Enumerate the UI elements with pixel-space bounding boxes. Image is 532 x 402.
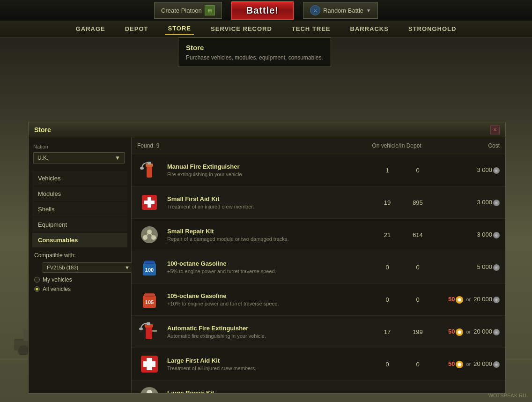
item-cost-group: 3 000○ <box>477 231 500 239</box>
item-on-vehicle: 0 <box>373 264 401 271</box>
nation-label: Nation <box>33 144 126 149</box>
store-item[interactable]: Large Repair Kit Repair of all damaged m… <box>132 380 505 393</box>
found-count: Found: 9 <box>137 142 350 149</box>
radio-my-vehicles[interactable]: My vehicles <box>34 276 126 283</box>
credits-currency-icon: ○ <box>493 232 500 238</box>
nav-store[interactable]: STORE <box>165 23 194 35</box>
item-icon <box>137 384 162 393</box>
item-info: Small First Aid Kit Treatment of an inju… <box>167 195 373 209</box>
svg-rect-37 <box>146 326 152 339</box>
item-info: Large First Aid Kit Treatment of all inj… <box>167 357 373 371</box>
create-platoon-button[interactable]: Create Platoon ⊞ <box>154 2 222 19</box>
item-cost: 3 000○ <box>434 166 500 174</box>
item-in-depot: 0 <box>401 393 434 394</box>
radio-all-vehicles[interactable]: All vehicles <box>34 286 126 292</box>
item-cost: 3 000○ <box>434 231 500 239</box>
item-cost-group: 50⬟ or 20 000○ <box>448 296 500 304</box>
radio-my-vehicles-circle <box>34 277 40 283</box>
item-gold-cost: 50⬟ <box>448 328 463 336</box>
close-button[interactable]: × <box>490 125 500 134</box>
nation-section: Nation U.K. ▼ <box>29 142 131 170</box>
nav-garage[interactable]: GARAGE <box>73 23 108 34</box>
credits-currency-icon: ○ <box>493 329 500 335</box>
nav-depot[interactable]: DEPOT <box>122 23 151 34</box>
store-item[interactable]: Automatic Fire Extinguisher Automatic fi… <box>132 316 505 348</box>
dropdown-arrow-icon: ▼ <box>366 8 371 13</box>
nav-service-record[interactable]: SERVICE RECORD <box>208 23 275 34</box>
depot-header: On vehicle/In Depot <box>350 142 443 149</box>
item-credits-cost: 5 000○ <box>477 263 500 271</box>
item-info: 100-octane Gasoline +5% to engine power … <box>167 260 373 274</box>
item-name: Small Repair Kit <box>167 228 373 235</box>
item-in-depot: 199 <box>401 328 434 335</box>
tooltip-desc: Purchase vehicles, modules, equipment, c… <box>186 54 323 61</box>
item-desc: Treatment of an injured crew member. <box>167 204 373 209</box>
item-name: Small First Aid Kit <box>167 195 373 202</box>
item-name: Large Repair Kit <box>167 389 373 393</box>
item-info: Small Repair Kit Repair of a damaged mod… <box>167 228 373 242</box>
svg-rect-35 <box>144 294 155 296</box>
item-info: 105-octane Gasoline +10% to engine power… <box>167 292 373 306</box>
item-cost-group: 50⬟ or 20 000○ <box>448 328 500 336</box>
store-tooltip: Store Purchase vehicles, modules, equipm… <box>178 37 331 67</box>
compatible-label: Compatible with: <box>34 252 126 259</box>
item-cost-group: 3 000○ <box>477 199 500 207</box>
item-on-vehicle: 0 <box>373 393 401 394</box>
item-in-depot: 0 <box>401 167 434 174</box>
store-item[interactable]: Small Repair Kit Repair of a damaged mod… <box>132 219 505 251</box>
sidebar-shells[interactable]: Shells <box>32 202 127 216</box>
sidebar-equipment[interactable]: Equipment <box>32 217 127 232</box>
item-cost-group: 50⬟ or 20 000○ <box>448 360 500 368</box>
store-item[interactable]: Manual Fire Extinguisher Fire extinguish… <box>132 154 505 186</box>
svg-rect-44 <box>143 361 155 367</box>
radio-all-vehicles-label: All vehicles <box>43 286 71 292</box>
item-gold-cost: 50⬟ <box>448 393 463 394</box>
nation-select[interactable]: U.K. ▼ <box>33 152 125 164</box>
nation-value: U.K. <box>37 155 48 161</box>
item-credits-cost: 3 000○ <box>477 166 500 174</box>
item-icon: 105 <box>137 287 162 312</box>
battle-button[interactable]: Battle! <box>231 1 294 20</box>
radio-my-vehicles-label: My vehicles <box>43 276 72 283</box>
sidebar-modules[interactable]: Modules <box>32 186 127 201</box>
create-platoon-label: Create Platoon <box>161 7 202 14</box>
nav-tech-tree[interactable]: TECH TREE <box>289 23 333 34</box>
store-sidebar: Nation U.K. ▼ Vehicles Modules Shells Eq… <box>29 137 132 393</box>
gold-currency-icon: ⬟ <box>456 393 463 394</box>
item-on-vehicle: 0 <box>373 361 401 368</box>
svg-text:105: 105 <box>145 299 154 305</box>
store-item[interactable]: 105 105-octane Gasoline +10% to engine p… <box>132 283 505 316</box>
gold-currency-icon: ⬟ <box>456 296 463 304</box>
compatible-section: Compatible with: FV215b (183) ▼ My vehic… <box>29 248 131 299</box>
gold-currency-icon: ⬟ <box>456 328 463 336</box>
store-item[interactable]: Small First Aid Kit Treatment of an inju… <box>132 186 505 219</box>
item-info: Manual Fire Extinguisher Fire extinguish… <box>167 163 373 177</box>
store-window: Store × Nation U.K. ▼ Vehicles Modules S… <box>28 122 506 394</box>
item-cost: 50⬟ or 20 000○ <box>434 360 500 368</box>
compat-vehicle-select[interactable]: FV215b (183) ▼ <box>43 262 134 273</box>
store-header: Store × <box>29 122 505 137</box>
item-gold-cost: 50⬟ <box>448 360 463 368</box>
item-name: 105-octane Gasoline <box>167 292 373 299</box>
nav-barracks[interactable]: BARRACKS <box>347 23 392 34</box>
item-cost-group: 50⬟ or 20 000○ <box>448 393 500 394</box>
credits-currency-icon: ○ <box>493 167 500 174</box>
sidebar-vehicles[interactable]: Vehicles <box>32 171 127 186</box>
random-battle-button[interactable]: ⚔ Random Battle ▼ <box>303 2 378 19</box>
sidebar-consumables[interactable]: Consumables <box>32 233 127 247</box>
svg-point-23 <box>141 226 158 243</box>
item-name: 100-octane Gasoline <box>167 260 373 267</box>
svg-point-4 <box>18 345 29 355</box>
compat-dropdown-icon: ▼ <box>125 265 130 270</box>
store-window-title: Store <box>34 126 490 134</box>
nav-stronghold[interactable]: STRONGHOLD <box>406 23 459 34</box>
item-icon <box>137 158 162 182</box>
credits-currency-icon: ○ <box>493 297 500 303</box>
item-desc: +10% to engine power and turret traverse… <box>167 301 373 306</box>
item-desc: Treatment of all injured crew members. <box>167 365 373 371</box>
top-bar: Create Platoon ⊞ Battle! ⚔ Random Battle… <box>0 0 532 21</box>
store-item[interactable]: 100 100-octane Gasoline +5% to engine po… <box>132 251 505 283</box>
store-item[interactable]: Large First Aid Kit Treatment of all inj… <box>132 348 505 380</box>
item-desc: +5% to engine power and turret traverse … <box>167 268 373 274</box>
item-on-vehicle: 0 <box>373 296 401 303</box>
